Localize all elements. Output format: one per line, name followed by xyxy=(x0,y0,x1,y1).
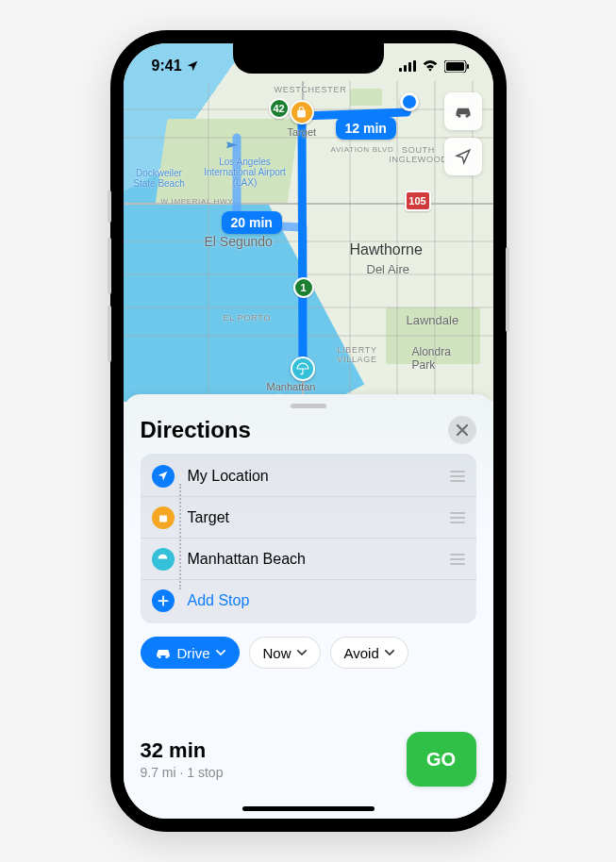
pill-label: Avoid xyxy=(344,645,379,661)
bag-icon xyxy=(158,512,169,523)
map-mode-button[interactable] xyxy=(444,92,482,130)
svg-point-26 xyxy=(165,655,168,658)
go-button[interactable]: GO xyxy=(407,732,476,787)
wifi-icon xyxy=(422,60,439,72)
stops-list: My Location Target Manhattan Beach xyxy=(141,454,476,623)
svg-point-22 xyxy=(458,114,460,117)
close-button[interactable] xyxy=(448,416,476,444)
stop-label: Manhattan Beach xyxy=(188,551,450,568)
chevron-down-icon xyxy=(297,650,307,656)
add-stop-button[interactable]: Add Stop xyxy=(141,580,476,622)
poi-manhattan-beach[interactable] xyxy=(291,356,315,381)
svg-rect-2 xyxy=(408,62,411,72)
eta-alt: 20 min xyxy=(222,211,282,234)
sheet-grabber[interactable] xyxy=(291,404,326,408)
map-recenter-button[interactable] xyxy=(444,138,482,175)
svg-rect-3 xyxy=(413,60,416,72)
summary-time: 32 min xyxy=(141,738,224,763)
drag-handle-icon[interactable] xyxy=(450,471,465,482)
pill-label: Drive xyxy=(177,645,210,661)
svg-rect-6 xyxy=(446,62,464,71)
poi-current-location[interactable] xyxy=(400,92,419,111)
mode-drive-pill[interactable]: Drive xyxy=(141,637,240,669)
map-view[interactable]: 12 min 20 min 42 105 1 WESTCHESTER Targe… xyxy=(124,43,493,402)
home-indicator[interactable] xyxy=(242,806,375,811)
car-icon xyxy=(155,646,172,659)
umbrella-icon xyxy=(296,362,309,375)
go-label: GO xyxy=(426,749,456,771)
close-icon xyxy=(457,424,468,436)
stop-row-my-location[interactable]: My Location xyxy=(141,456,476,497)
svg-rect-21 xyxy=(297,109,306,117)
umbrella-icon xyxy=(157,553,169,565)
chevron-down-icon xyxy=(385,650,394,656)
drag-handle-icon[interactable] xyxy=(450,554,465,565)
label-hawthorne: Hawthorne xyxy=(350,241,423,258)
label-alondra: Alondra Park xyxy=(412,345,459,372)
label-dockweiler: Dockweiler State Beach xyxy=(131,168,188,189)
drag-handle-icon[interactable] xyxy=(450,512,465,523)
summary-sub: 9.7 mi · 1 stop xyxy=(141,765,224,780)
plus-icon xyxy=(157,594,170,607)
stop-row-target[interactable]: Target xyxy=(141,497,476,539)
label-target: Target xyxy=(288,126,317,138)
location-arrow-icon xyxy=(186,59,199,73)
svg-rect-1 xyxy=(404,65,407,72)
stop-label: My Location xyxy=(188,468,450,485)
label-liberty: LIBERTY VILLAGE xyxy=(329,345,386,364)
label-south-inglewood: SOUTH INGLEWOOD xyxy=(386,145,452,164)
stop-label: Target xyxy=(188,509,450,526)
location-icon xyxy=(455,148,472,165)
add-stop-label: Add Stop xyxy=(188,592,465,609)
label-del-aire: Del Aire xyxy=(367,262,410,276)
pill-label: Now xyxy=(263,645,291,661)
label-lax: Los Angeles International Airport (LAX) xyxy=(203,157,288,188)
svg-rect-7 xyxy=(467,64,469,69)
label-imperial: W IMPERIAL HWY xyxy=(161,197,234,206)
shield-ca42: 42 xyxy=(269,98,290,119)
eta-primary: 12 min xyxy=(336,117,396,140)
label-lawndale: Lawndale xyxy=(407,313,459,327)
battery-icon xyxy=(444,60,469,73)
chevron-down-icon xyxy=(216,650,225,656)
bag-icon xyxy=(295,107,308,119)
svg-rect-24 xyxy=(159,515,167,522)
sheet-title: Directions xyxy=(141,417,251,443)
cellular-icon xyxy=(399,60,416,72)
avoid-pill[interactable]: Avoid xyxy=(330,637,408,669)
time-pill[interactable]: Now xyxy=(249,637,321,669)
svg-rect-0 xyxy=(399,68,402,72)
shield-i105: 105 xyxy=(405,191,431,211)
location-fill-icon xyxy=(157,470,169,482)
shield-ca1: 1 xyxy=(293,277,314,298)
stop-row-manhattan-beach[interactable]: Manhattan Beach xyxy=(141,539,476,580)
svg-point-25 xyxy=(158,655,160,658)
status-time: 9:41 xyxy=(152,58,182,75)
poi-target[interactable] xyxy=(290,100,314,124)
car-icon xyxy=(454,104,473,119)
svg-point-23 xyxy=(465,114,468,117)
label-aviation2: AVIATION BLVD xyxy=(331,145,394,154)
directions-sheet: Directions My Location xyxy=(124,394,493,819)
airplane-icon xyxy=(225,140,239,153)
svg-point-4 xyxy=(428,69,431,72)
label-el-porto: EL PORTO xyxy=(224,313,272,323)
label-el-segundo: El Segundo xyxy=(205,234,273,249)
